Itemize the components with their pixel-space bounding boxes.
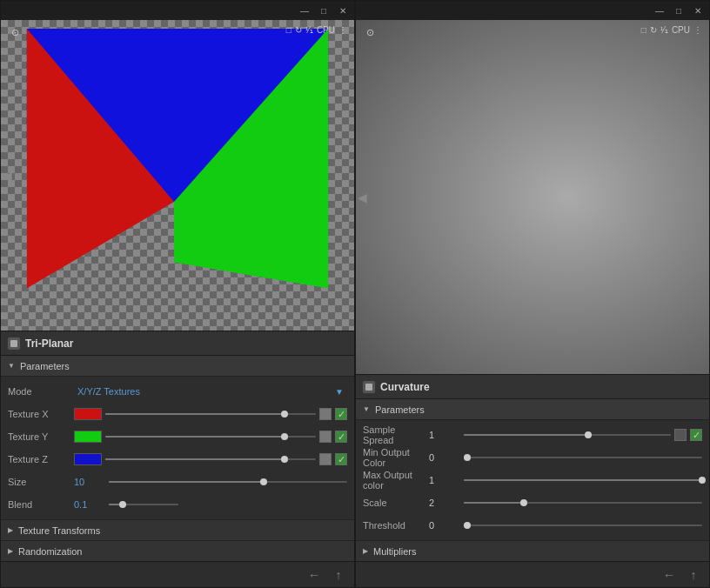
texture-z-row: Texture Z ✓	[1, 448, 354, 471]
blend-value[interactable]: 0.1	[74, 499, 105, 510]
close-button[interactable]: ✕	[337, 4, 349, 17]
triplanar-bottom-bar: ← ↑	[1, 561, 354, 587]
texture-z-checkbox[interactable]: ✓	[335, 453, 347, 465]
sample-spread-label: Sample Spread	[363, 424, 425, 445]
sample-spread-slider[interactable]	[464, 434, 671, 436]
svg-rect-3	[10, 340, 17, 347]
curvature-node-icon	[363, 381, 375, 393]
min-output-row: Min Output Color 0	[356, 446, 709, 469]
texture-y-slider[interactable]	[105, 436, 316, 438]
texture-z-swatch[interactable]	[74, 453, 102, 465]
max-output-value[interactable]: 1	[429, 475, 460, 485]
viewport-toolbar-right: □ ↻ ¹⁄₁ CPU ⋮	[286, 25, 347, 35]
texture-z-slider[interactable]	[105, 458, 316, 460]
curvature-cpu-label: CPU	[672, 25, 690, 35]
curvature-rotate-icon[interactable]: ↻	[650, 25, 657, 35]
scale-row: Scale 2	[356, 491, 709, 514]
curvature-frame-icon[interactable]: □	[641, 25, 646, 35]
minimize-button[interactable]: —	[298, 4, 311, 17]
texture-z-swatch-btn[interactable]	[319, 453, 332, 465]
texture-y-row: Texture Y ✓	[1, 425, 354, 448]
threshold-label: Threshold	[363, 520, 425, 531]
texture-transforms-section[interactable]: ▶ Texture Transforms	[1, 519, 354, 540]
threshold-value[interactable]: 0	[429, 520, 460, 531]
svg-rect-4	[365, 384, 372, 391]
randomization-section[interactable]: ▶ Randomization	[1, 540, 354, 561]
min-output-value[interactable]: 0	[429, 452, 460, 463]
curvature-titlebar: — □ ✕	[356, 1, 709, 20]
size-label: Size	[8, 477, 70, 487]
curvature-params-header[interactable]: ▼ Parameters	[356, 399, 709, 420]
frame-icon[interactable]: □	[286, 25, 291, 35]
randomization-label: Randomization	[18, 546, 82, 557]
scale-label: Scale	[363, 498, 425, 508]
curvature-node-header: Curvature	[356, 375, 709, 399]
texture-y-checkbox[interactable]: ✓	[335, 431, 347, 443]
triplanar-params-area: Mode X/Y/Z Textures ▼ Texture X ✓ Te	[1, 377, 354, 519]
up-arrow-button[interactable]: ↑	[330, 566, 347, 584]
sample-spread-value[interactable]: 1	[429, 430, 460, 440]
mode-value: X/Y/Z Textures	[77, 386, 140, 397]
curvature-left-arrow[interactable]: ◀	[358, 190, 367, 204]
curvature-viewport: ◀ ⊙ □ ↻ ¹⁄₁ CPU ⋮	[356, 20, 709, 374]
max-output-label: Max Output color	[363, 470, 425, 491]
scale-value[interactable]: 2	[429, 498, 460, 508]
texture-transforms-triangle: ▶	[8, 526, 13, 534]
texture-x-swatch[interactable]	[74, 408, 102, 420]
mode-label: Mode	[8, 386, 70, 397]
triplanar-node-title: Tri-Planar	[25, 337, 73, 350]
triplanar-panel: — □ ✕ ◀ ⊙ □ ↻ ¹⁄₁ CPU ⋮	[0, 0, 355, 588]
min-output-slider[interactable]	[464, 457, 702, 458]
curvature-menu-icon[interactable]: ⋮	[693, 25, 702, 35]
texture-x-checkbox[interactable]: ✓	[335, 408, 347, 420]
mode-dropdown[interactable]: X/Y/Z Textures ▼	[74, 386, 347, 397]
texture-y-label: Texture Y	[8, 431, 70, 442]
curvature-minimize-button[interactable]: —	[653, 4, 666, 17]
sample-spread-row: Sample Spread 1 ✓	[356, 424, 709, 446]
threshold-row: Threshold 0	[356, 514, 709, 537]
texture-y-swatch-btn[interactable]	[319, 431, 332, 443]
view-icon[interactable]: ⊙	[8, 25, 22, 39]
left-arrow-button[interactable]: ←	[305, 566, 323, 584]
params-triangle: ▼	[8, 362, 15, 370]
texture-x-swatch-btn[interactable]	[319, 408, 332, 420]
curvature-toolbar-right: □ ↻ ¹⁄₁ CPU ⋮	[641, 25, 702, 35]
triplanar-params-header[interactable]: ▼ Parameters	[1, 356, 354, 377]
scale-slider[interactable]	[464, 502, 702, 504]
texture-z-label: Texture Z	[8, 454, 70, 464]
triplanar-node-header: Tri-Planar	[1, 331, 354, 356]
max-output-row: Max Output color 1	[356, 469, 709, 491]
blend-slider[interactable]	[109, 504, 178, 505]
max-output-slider[interactable]	[464, 479, 702, 481]
texture-y-swatch[interactable]	[74, 431, 102, 443]
rotate-icon[interactable]: ↻	[295, 25, 302, 35]
triplanar-node-icon	[8, 337, 20, 350]
min-output-label: Min Output Color	[363, 447, 425, 468]
multipliers-label: Multipliers	[373, 546, 417, 557]
curvature-up-arrow-button[interactable]: ↑	[685, 566, 702, 584]
threshold-slider[interactable]	[464, 525, 702, 526]
sample-spread-gray-btn[interactable]	[674, 429, 687, 441]
dropdown-arrow-icon: ▼	[335, 387, 344, 397]
texture-x-slider[interactable]	[105, 413, 316, 415]
curvature-close-button[interactable]: ✕	[692, 4, 704, 17]
sample-spread-checkbox[interactable]: ✓	[690, 429, 702, 441]
curvature-view-icon[interactable]: ⊙	[363, 25, 377, 39]
size-value[interactable]: 10	[74, 477, 105, 487]
curvature-node-title: Curvature	[380, 381, 430, 393]
triplanar-controls: Tri-Planar ▼ Parameters Mode X/Y/Z Textu…	[1, 331, 354, 587]
viewport-toolbar-left: ⊙	[8, 25, 22, 39]
size-slider[interactable]	[109, 481, 347, 483]
multipliers-section[interactable]: ▶ Multipliers	[356, 540, 709, 561]
menu-icon[interactable]: ⋮	[338, 25, 347, 35]
maximize-button[interactable]: □	[318, 4, 330, 17]
curvature-left-arrow-button[interactable]: ←	[660, 566, 678, 584]
viewport-left-arrow[interactable]: ◀	[3, 169, 12, 183]
multipliers-triangle: ▶	[363, 547, 368, 555]
params-title: Parameters	[20, 361, 70, 371]
curvature-maximize-button[interactable]: □	[673, 4, 685, 17]
triplanar-render	[1, 20, 354, 288]
curvature-toolbar-left: ⊙	[363, 25, 377, 39]
triplanar-viewport: ◀ ⊙ □ ↻ ¹⁄₁ CPU ⋮	[1, 20, 354, 331]
curvature-params-triangle: ▼	[363, 405, 370, 413]
